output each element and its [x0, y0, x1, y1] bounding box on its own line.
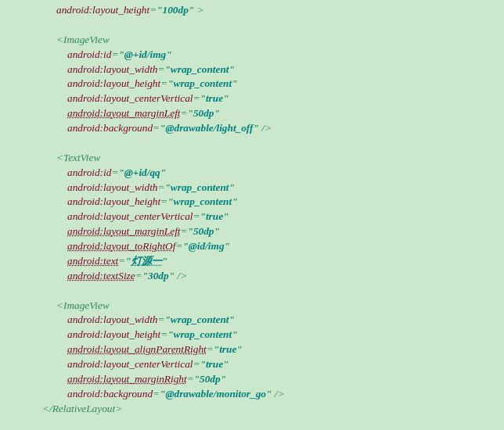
- token-quote: ": [164, 63, 170, 75]
- code-line: android:layout_height="100dp" >: [0, 3, 504, 18]
- token-quote: ": [229, 63, 234, 75]
- code-line: android:background="@drawable/monitor_go…: [0, 387, 504, 402]
- token-attr: android:layout_height: [67, 195, 160, 207]
- token-val: @id/img: [189, 240, 225, 252]
- token-attr-u: android:layout_marginRight: [67, 373, 187, 385]
- code-line: android:layout_toRightOf="@id/img": [0, 239, 504, 254]
- code-line: <ImageView: [0, 299, 504, 314]
- code-line: android:id="@+id/img": [0, 48, 504, 63]
- token-val: wrap_content: [171, 63, 229, 75]
- token-attr: android:id: [67, 48, 111, 60]
- token-attr-u: android:layout_marginLeft: [67, 107, 181, 119]
- token-elem: <ImageView: [56, 299, 110, 311]
- token-attr: android:layout_width: [67, 181, 157, 193]
- token-val: 50dp: [193, 225, 214, 237]
- token-elem: <ImageView: [56, 34, 110, 45]
- token-attr: android:background: [67, 122, 153, 134]
- token-quote: ": [232, 77, 237, 89]
- code-line: android:layout_height="wrap_content": [0, 328, 504, 342]
- token-quote: ": [194, 373, 200, 385]
- token-quote: ": [214, 225, 220, 237]
- token-quote: ": [118, 167, 124, 178]
- token-quote: ": [169, 270, 175, 281]
- token-attr: android:background: [67, 388, 153, 400]
- blank-line: [0, 18, 504, 33]
- token-attr-u: android:textSize: [67, 270, 135, 281]
- token-val-u: 灯源一: [131, 255, 162, 267]
- token-val: 50dp: [193, 107, 214, 119]
- token-attr-u: android:layout_marginLeft: [67, 225, 181, 237]
- token-elem: />: [272, 388, 284, 400]
- token-attr: android:layout_centerVertical: [67, 210, 193, 222]
- token-quote: ": [200, 358, 206, 370]
- xml-code-block: android:layout_height="100dp" ><ImageVie…: [0, 3, 504, 417]
- token-punc: =: [160, 195, 167, 207]
- token-val: 50dp: [200, 373, 221, 385]
- code-line: android:layout_marginRight="50dp": [0, 372, 504, 387]
- code-line: android:layout_marginLeft="50dp": [0, 106, 504, 121]
- token-val: wrap_content: [171, 314, 229, 325]
- token-punc: =: [181, 107, 188, 119]
- token-val: @drawable/light_off: [165, 122, 253, 134]
- token-punc: =: [193, 210, 200, 222]
- token-quote: ": [167, 195, 173, 207]
- code-line: android:textSize="30dp" />: [0, 269, 504, 284]
- token-elem: />: [175, 270, 187, 281]
- token-punc: =: [207, 343, 214, 355]
- token-quote: ": [188, 225, 193, 237]
- token-val: true: [206, 92, 223, 104]
- token-val: wrap_content: [174, 195, 232, 207]
- token-val: @+id/img: [124, 48, 166, 60]
- token-punc: =: [193, 358, 200, 370]
- token-quote: ": [167, 328, 173, 340]
- token-attr: android:layout_width: [67, 63, 157, 75]
- token-quote: ": [162, 255, 167, 267]
- token-val: true: [206, 210, 223, 222]
- token-punc: =: [153, 122, 160, 134]
- blank-line: [0, 136, 504, 151]
- code-line: android:background="@drawable/light_off"…: [0, 121, 504, 136]
- token-val: @+id/qq: [124, 167, 160, 178]
- code-line: </RelativeLayout>: [0, 402, 504, 417]
- token-quote: ": [232, 328, 237, 340]
- token-quote: ": [164, 181, 170, 193]
- token-attr-u: android:layout_toRightOf: [67, 240, 175, 252]
- code-line: android:id="@+id/qq": [0, 166, 504, 181]
- token-punc: =: [160, 328, 167, 340]
- code-line: android:layout_width="wrap_content": [0, 63, 504, 77]
- token-attr: android:layout_centerVertical: [67, 92, 193, 104]
- token-val: wrap_content: [174, 77, 232, 89]
- token-val: 100dp: [163, 4, 189, 16]
- token-quote: ": [223, 358, 229, 370]
- token-val: true: [219, 343, 236, 355]
- token-quote: ": [157, 4, 162, 16]
- token-attr-u: android:text: [67, 255, 118, 267]
- token-quote: ": [214, 107, 220, 119]
- code-line: android:layout_centerVertical="true": [0, 91, 504, 106]
- code-line: android:layout_alignParentRight="true": [0, 342, 504, 357]
- token-quote: ": [118, 48, 124, 60]
- token-punc: =: [149, 4, 157, 16]
- token-elem: </RelativeLayout>: [42, 403, 122, 414]
- token-quote: ": [225, 240, 230, 252]
- token-attr: android:layout_height: [56, 4, 149, 16]
- token-attr: android:layout_width: [67, 314, 157, 325]
- code-line: android:layout_centerVertical="true": [0, 210, 504, 224]
- token-quote: ": [166, 48, 171, 60]
- token-val: wrap_content: [174, 328, 232, 340]
- token-punc: =: [118, 255, 125, 267]
- token-quote: ": [253, 122, 258, 134]
- token-punc: =: [160, 77, 167, 89]
- code-line: <TextView: [0, 151, 504, 166]
- code-line: <ImageView: [0, 33, 504, 48]
- token-quote: ": [160, 167, 166, 178]
- code-line: android:layout_width="wrap_content": [0, 181, 504, 195]
- token-elem: >: [194, 4, 203, 16]
- token-quote: ": [182, 240, 188, 252]
- token-attr: android:id: [67, 167, 111, 178]
- blank-line: [0, 284, 504, 299]
- token-quote: ": [200, 92, 206, 104]
- code-line: android:layout_height="wrap_content": [0, 195, 504, 210]
- token-val: wrap_content: [171, 181, 229, 193]
- token-attr: android:layout_centerVertical: [67, 358, 193, 370]
